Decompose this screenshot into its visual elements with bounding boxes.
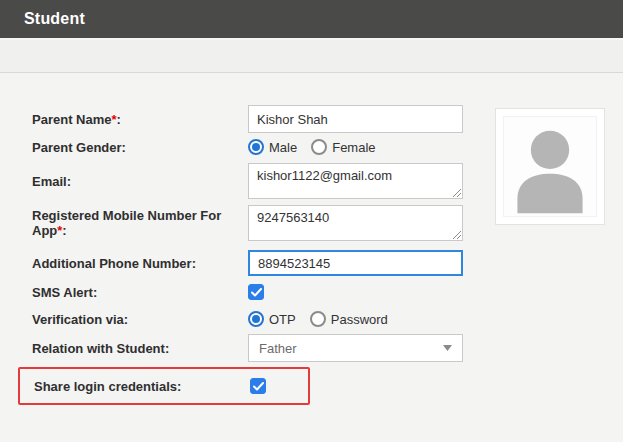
relation-select[interactable]: Father bbox=[248, 334, 463, 362]
relation-label: Relation with Student: bbox=[32, 341, 248, 356]
relation-selected-value: Father bbox=[259, 341, 297, 356]
radio-selected-icon[interactable] bbox=[248, 311, 264, 327]
radio-unselected-icon[interactable] bbox=[311, 139, 327, 155]
additional-phone-label: Additional Phone Number: bbox=[32, 256, 248, 271]
verification-label: Verification via: bbox=[32, 312, 248, 327]
share-credentials-label: Share login credentials: bbox=[34, 379, 250, 394]
verification-password-label: Password bbox=[331, 312, 388, 327]
share-credentials-checkbox[interactable] bbox=[250, 378, 266, 394]
form-area: Parent Name*: Parent Gender: Male Female bbox=[0, 73, 623, 442]
profile-photo-placeholder bbox=[495, 108, 605, 225]
form-row-sms-alert: SMS Alert: bbox=[0, 284, 623, 300]
gender-male-label: Male bbox=[269, 140, 297, 155]
student-form-screen: Student Parent Name*: Parent Gender: Mal… bbox=[0, 0, 623, 442]
form-row-additional-phone: Additional Phone Number: bbox=[0, 250, 623, 276]
share-credentials-highlight-box: Share login credentials: bbox=[18, 367, 310, 405]
email-field[interactable]: kishor1122@gmail.com bbox=[248, 163, 463, 199]
email-label: Email: bbox=[32, 174, 248, 189]
sms-alert-checkbox[interactable] bbox=[248, 284, 264, 300]
form-row-relation: Relation with Student: Father bbox=[0, 334, 623, 362]
sms-alert-label: SMS Alert: bbox=[32, 285, 248, 300]
verification-password-option[interactable]: Password bbox=[310, 311, 388, 327]
gender-female-option[interactable]: Female bbox=[311, 139, 375, 155]
check-icon bbox=[251, 288, 262, 297]
parent-name-input[interactable] bbox=[248, 105, 463, 133]
person-icon bbox=[504, 117, 596, 216]
check-icon bbox=[253, 382, 264, 391]
form-row-verification: Verification via: OTP Password bbox=[0, 311, 623, 327]
dropdown-arrow-icon bbox=[443, 345, 452, 351]
parent-name-label: Parent Name*: bbox=[32, 112, 248, 127]
radio-unselected-icon[interactable] bbox=[310, 311, 326, 327]
page-header: Student bbox=[0, 0, 623, 38]
additional-phone-input[interactable] bbox=[248, 250, 463, 276]
parent-gender-label: Parent Gender: bbox=[32, 140, 248, 155]
gender-male-option[interactable]: Male bbox=[248, 139, 297, 155]
registered-mobile-field[interactable]: 9247563140 bbox=[248, 205, 463, 241]
radio-selected-icon[interactable] bbox=[248, 139, 264, 155]
gender-female-label: Female bbox=[332, 140, 375, 155]
verification-otp-option[interactable]: OTP bbox=[248, 311, 296, 327]
verification-otp-label: OTP bbox=[269, 312, 296, 327]
toolbar-strip bbox=[0, 38, 623, 73]
registered-mobile-label: Registered Mobile Number For App*: bbox=[32, 208, 248, 238]
page-title: Student bbox=[24, 10, 85, 28]
